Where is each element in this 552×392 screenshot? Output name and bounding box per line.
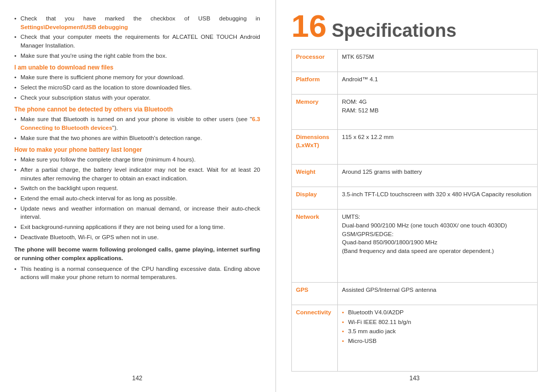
- chapter-number: 16: [291, 10, 327, 42]
- list-item: Update news and weather information on m…: [14, 204, 260, 221]
- table-row: Display 3.5-inch TFT-LCD touchscreen wit…: [292, 187, 538, 210]
- left-page-number: 142: [14, 372, 260, 382]
- connectivity-list: Bluetooth V4.0/A2DP Wi-Fi IEEE 802.11 b/…: [342, 308, 533, 345]
- table-row: Weight Around 125 grams with battery: [292, 165, 538, 187]
- spec-value-connectivity: Bluetooth V4.0/A2DP Wi-Fi IEEE 802.11 b/…: [338, 305, 538, 371]
- table-row: Dimensions(LxWxT) 115 x 62 x 12.2 mm: [292, 129, 538, 165]
- bluetooth-link: 6.3 Connecting to Bluetooth devices: [20, 116, 260, 131]
- spec-value-dimensions: 115 x 62 x 12.2 mm: [338, 129, 538, 165]
- list-item: Check your subscription status with your…: [14, 94, 260, 102]
- warning-paragraph: The phone will become warm following pro…: [14, 245, 260, 262]
- list-item: Exit background-running applications if …: [14, 223, 260, 232]
- spec-value-weight: Around 125 grams with battery: [338, 165, 538, 187]
- list-item: Switch on the backlight upon request.: [14, 184, 260, 193]
- spec-label-weight: Weight: [292, 165, 338, 187]
- spec-label-memory: Memory: [292, 94, 338, 129]
- table-row: Processor MTK 6575M: [292, 50, 538, 72]
- battery-bullet-list: Make sure you follow the complete charge…: [14, 155, 260, 241]
- list-item: Make sure you follow the complete charge…: [14, 155, 260, 164]
- list-item: Make sure that Bluetooth is turned on an…: [14, 115, 260, 132]
- table-row: Connectivity Bluetooth V4.0/A2DP Wi-Fi I…: [292, 305, 538, 371]
- spec-label-gps: GPS: [292, 283, 338, 305]
- list-item: Make sure that you're using the right ca…: [14, 52, 260, 60]
- list-item: Make sure that the two phones are within…: [14, 134, 260, 143]
- right-content: 16 Specifications Processor MTK 6575M Pl…: [291, 10, 538, 382]
- section-heading-bluetooth: The phone cannot be detected by others v…: [14, 106, 260, 113]
- list-item: Micro-USB: [342, 337, 533, 345]
- left-content: Check that you have marked the checkbox …: [14, 14, 260, 372]
- spec-label-connectivity: Connectivity: [292, 305, 338, 371]
- list-item: Bluetooth V4.0/A2DP: [342, 308, 533, 317]
- list-item: This heating is a normal consequence of …: [14, 265, 260, 282]
- list-item: Deactivate Bluetooth, Wi-Fi, or GPS when…: [14, 233, 260, 242]
- list-item: Extend the email auto-check interval for…: [14, 194, 260, 203]
- spec-value-platform: Android™ 4.1: [338, 72, 538, 94]
- spec-label-network: Network: [292, 210, 338, 283]
- spec-value-network: UMTS: Dual-band 900/2100 MHz (one touch …: [338, 210, 538, 283]
- chapter-title: Specifications: [332, 21, 456, 40]
- spec-value-memory: ROM: 4GRAM: 512 MB: [338, 94, 538, 129]
- right-page-number: 143: [291, 372, 538, 382]
- table-row: GPS Assisted GPS/Internal GPS antenna: [292, 283, 538, 305]
- spec-label-processor: Processor: [292, 50, 338, 72]
- list-item: Make sure there is sufficient phone memo…: [14, 73, 260, 82]
- table-row: Network UMTS: Dual-band 900/2100 MHz (on…: [292, 210, 538, 283]
- table-row: Platform Android™ 4.1: [292, 72, 538, 94]
- spec-label-dimensions: Dimensions(LxWxT): [292, 129, 338, 165]
- download-bullet-list: Make sure there is sufficient phone memo…: [14, 73, 260, 102]
- list-item: After a partial charge, the battery leve…: [14, 166, 260, 182]
- table-row: Memory ROM: 4GRAM: 512 MB: [292, 94, 538, 129]
- spec-table: Processor MTK 6575M Platform Android™ 4.…: [291, 49, 538, 372]
- list-item: Select the microSD card as the location …: [14, 83, 260, 92]
- page: Check that you have marked the checkbox …: [0, 0, 552, 392]
- chapter-header: 16 Specifications: [291, 10, 538, 42]
- warning-bullet-list: This heating is a normal consequence of …: [14, 265, 260, 282]
- left-page: Check that you have marked the checkbox …: [0, 0, 276, 392]
- usb-debug-label: Settings\Development\USB debugging: [20, 24, 128, 30]
- list-item: 3.5 mm audio jack: [342, 327, 533, 336]
- spec-label-display: Display: [292, 187, 338, 210]
- list-item: Check that you have marked the checkbox …: [14, 14, 260, 31]
- spec-value-display: 3.5-inch TFT-LCD touchscreen with 320 x …: [338, 187, 538, 210]
- spec-label-platform: Platform: [292, 72, 338, 94]
- section-heading-download: I am unable to download new files: [14, 64, 260, 71]
- list-item: Check that your computer meets the requi…: [14, 33, 260, 50]
- bluetooth-bullet-list: Make sure that Bluetooth is turned on an…: [14, 115, 260, 142]
- spec-value-gps: Assisted GPS/Internal GPS antenna: [338, 283, 538, 305]
- list-item: Wi-Fi IEEE 802.11 b/g/n: [342, 318, 533, 327]
- section-heading-battery: How to make your phone battery last long…: [14, 146, 260, 153]
- spec-value-processor: MTK 6575M: [338, 50, 538, 72]
- intro-bullet-list: Check that you have marked the checkbox …: [14, 14, 260, 60]
- right-page: 16 Specifications Processor MTK 6575M Pl…: [276, 0, 552, 392]
